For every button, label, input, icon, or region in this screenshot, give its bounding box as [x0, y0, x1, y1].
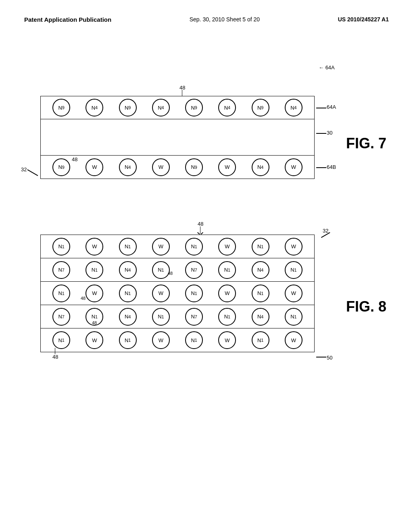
- c-N1-r2c4: N1: [152, 261, 170, 279]
- c-W-r5c8: W: [285, 331, 302, 349]
- c-W-r5c4: W: [152, 331, 170, 349]
- circle-N4-b1: N4: [119, 158, 137, 176]
- c-N4-r4c3: N4: [119, 308, 137, 326]
- c-N1-r2c2: N1: [86, 261, 103, 279]
- c-W-r3c8: W: [285, 285, 302, 302]
- c-W-r5c6: W: [218, 331, 236, 349]
- c-N1-r5c7: N1: [252, 331, 269, 349]
- fig7-main-box: [40, 119, 315, 156]
- fig8-top-48-label: 48: [198, 221, 203, 227]
- circle-W-b1: W: [86, 158, 103, 176]
- c-N7-r2c1: N7: [52, 261, 70, 279]
- c-N7-r4c5: N7: [185, 308, 203, 326]
- c-W-r5c2: W: [86, 331, 103, 349]
- fig8-row-1: N1 W N1 W N1 W N1 W: [41, 235, 314, 258]
- circle-W-b3: W: [218, 158, 236, 176]
- circle-N4-1: N4: [86, 99, 103, 116]
- fig7-64b-label: 64B: [327, 164, 336, 170]
- fig7-30-label: 30: [327, 130, 332, 136]
- fig8-row4-48: 48: [92, 320, 97, 325]
- c-N1-r3c5: N1: [185, 285, 203, 302]
- circle-N9-4: N9: [252, 99, 269, 116]
- c-N1-r4c6: N1: [218, 308, 236, 326]
- fig8-bottom-48-arrow: [55, 348, 55, 354]
- header-center: Sep. 30, 2010 Sheet 5 of 20: [190, 16, 260, 23]
- fig7-64a-label: ← 64A: [319, 64, 335, 71]
- c-W-r1c6: W: [218, 238, 236, 256]
- fig7-bottom-row: N9 W N4 W N9 W N4 W: [40, 156, 315, 179]
- c-W-r3c6: W: [218, 285, 236, 302]
- c-W-r1c8: W: [285, 238, 302, 256]
- c-N1-r5c3: N1: [119, 331, 137, 349]
- fig7-section: ← 64A 48 N9 N4 N9 N4 N9 N4 N9 N4 64A 48 …: [0, 52, 413, 181]
- fig8-row-5: N1 W N1 W N1 W N1 W: [41, 328, 314, 352]
- c-N1-r1c3: N1: [119, 238, 137, 256]
- c-N1-r2c8: N1: [285, 261, 302, 279]
- c-N4-r4c7: N4: [252, 308, 269, 326]
- circle-N9-2: N9: [119, 99, 137, 116]
- header-left: Patent Application Publication: [24, 16, 111, 23]
- page-header: Patent Application Publication Sep. 30, …: [0, 0, 413, 31]
- c-N4-r2c7: N4: [252, 261, 269, 279]
- fig8-row-4: N7 N1 N4 N1 N7 N1 N4 N1: [41, 305, 314, 328]
- fig8-50-label: 50: [327, 355, 332, 361]
- fig8-50-arrow-line: [316, 357, 326, 357]
- circle-N9-1: N9: [52, 99, 70, 116]
- c-N7-r2c5: N7: [185, 261, 203, 279]
- circle-N9-3: N9: [185, 99, 203, 116]
- fig8-row3-48: 48: [81, 296, 86, 301]
- c-W-r1c4: W: [152, 238, 170, 256]
- fig7-30-arrow-line: [316, 133, 326, 134]
- fig7-64a-label2: 64A: [327, 104, 336, 110]
- fig8-row-3: N1 W N1 W N1 W N1 W: [41, 282, 314, 305]
- fig8-section: 48 32 N1 W N1 W N1 W N1 W N7 N1: [0, 210, 413, 516]
- c-N1-r1c1: N1: [52, 238, 70, 256]
- c-W-r3c4: W: [152, 285, 170, 302]
- c-N1-r1c5: N1: [185, 238, 203, 256]
- header-right: US 2010/245227 A1: [338, 16, 389, 23]
- circle-N4-b2: N4: [252, 158, 269, 176]
- circle-N4-3: N4: [218, 99, 236, 116]
- fig7-32-label: 32: [21, 166, 27, 172]
- fig7-title: FIG. 7: [346, 135, 386, 152]
- circle-W-b4: W: [285, 158, 302, 176]
- c-N1-r5c5: N1: [185, 331, 203, 349]
- page-wrapper: Patent Application Publication Sep. 30, …: [0, 0, 413, 532]
- c-N1-r4c8: N1: [285, 308, 302, 326]
- c-N1-r3c1: N1: [52, 285, 70, 302]
- fig7-top-row: N9 N4 N9 N4 N9 N4 N9 N4: [40, 96, 315, 119]
- fig8-bottom-48: 48: [52, 354, 58, 360]
- c-N7-r4c1: N7: [52, 308, 70, 326]
- circle-N9-b2: N9: [185, 158, 203, 176]
- fig7-64b-arrow-line: [316, 167, 326, 168]
- fig7-top-48: 48: [179, 85, 185, 91]
- circle-W-b2: W: [152, 158, 170, 176]
- fig8-row2-48: 48: [168, 271, 173, 276]
- fig8-top-48-arrowhead-l: [197, 232, 200, 235]
- c-N1-r1c7: N1: [252, 238, 269, 256]
- circle-N9-b1: N9: [52, 158, 70, 176]
- c-W-r3c2: W: [86, 285, 103, 302]
- fig8-top-48-arrow: [200, 227, 200, 234]
- c-N1-r2c6: N1: [218, 261, 236, 279]
- circle-N4-4: N4: [285, 99, 302, 116]
- fig8-row-2: N7 N1 N4 N1 N7 N1 N4 N1: [41, 258, 314, 282]
- c-N1-r5c1: N1: [52, 331, 70, 349]
- c-N1-r4c4: N1: [152, 308, 170, 326]
- fig8-title: FIG. 8: [346, 298, 386, 315]
- c-N1-r3c7: N1: [252, 285, 269, 302]
- fig8-top-48-arrowhead-r: [200, 232, 203, 235]
- circle-N4-2: N4: [152, 99, 170, 116]
- c-N4-r2c3: N4: [119, 261, 137, 279]
- fig7-top-48-arrow: [182, 90, 182, 96]
- fig7-32-line: [27, 169, 38, 176]
- fig8-grid: N1 W N1 W N1 W N1 W N7 N1 N4 N1 N7 N1 N4…: [40, 235, 315, 352]
- fig7-64a-arrow-line: [316, 108, 326, 108]
- c-W-r1c2: W: [86, 238, 103, 256]
- c-N1-r3c3: N1: [119, 285, 137, 302]
